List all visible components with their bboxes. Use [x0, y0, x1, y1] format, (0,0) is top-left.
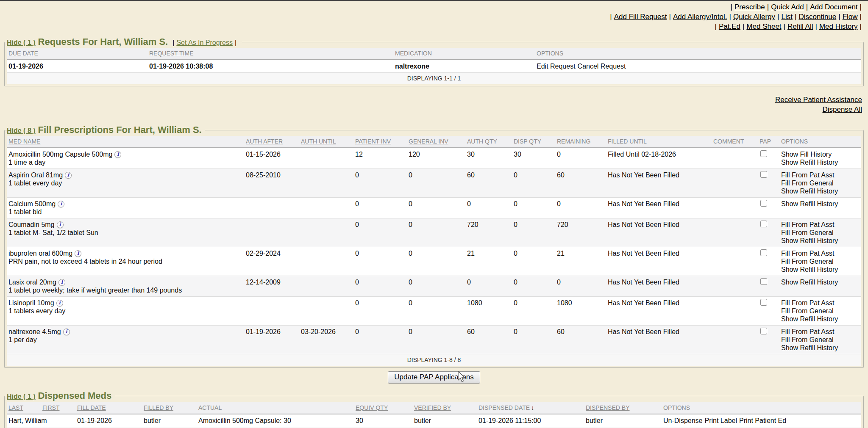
- fill-from-general-link[interactable]: Fill From General: [781, 229, 860, 237]
- show-refill-history-link[interactable]: Show Refill History: [781, 344, 860, 352]
- pap-checkbox[interactable]: [760, 249, 767, 256]
- un-dispense-link[interactable]: Un-Dispense: [663, 417, 702, 424]
- fill-from-general-link[interactable]: Fill From General: [781, 336, 860, 344]
- print-patient-ed-link[interactable]: Print Patient Ed: [739, 417, 786, 424]
- pap-checkbox[interactable]: [760, 150, 767, 157]
- fill-from-pat-asst-link[interactable]: Fill From Pat Asst: [781, 328, 860, 336]
- receive-patient-assistance-link[interactable]: Receive Patient Assistance: [0, 95, 862, 105]
- med-sig: 1 tablet M- Sat, 1/2 tablet Sun: [8, 229, 242, 237]
- info-icon[interactable]: i: [57, 221, 64, 228]
- filled-until: Has Not Yet Been Filled: [606, 247, 712, 276]
- nav-add-allergy-intol[interactable]: Add Allergy/Intol.: [673, 13, 727, 21]
- edit-request-link[interactable]: Edit Request: [537, 63, 576, 70]
- dispensed-hide-link[interactable]: Hide ( 1 ): [7, 393, 36, 400]
- auth-until: [299, 148, 353, 169]
- sort-descending-icon: ↓: [531, 404, 534, 411]
- info-icon[interactable]: i: [63, 329, 70, 335]
- nav-refill-all[interactable]: Refill All: [787, 22, 813, 30]
- nav-med-history[interactable]: Med History: [819, 22, 858, 30]
- col-med-name[interactable]: MED NAME: [7, 136, 244, 148]
- requests-hide-link[interactable]: Hide ( 1 ): [7, 39, 36, 46]
- disp-qty: 30: [512, 148, 555, 169]
- nav-med-sheet[interactable]: Med Sheet: [746, 22, 781, 30]
- dispensed-date-label[interactable]: DISPENSED DATE: [479, 404, 530, 411]
- col-first[interactable]: FIRST: [41, 402, 75, 414]
- info-icon[interactable]: i: [75, 250, 81, 257]
- col-medication[interactable]: MEDICATION: [393, 48, 535, 60]
- col-auth-until[interactable]: AUTH UNTIL: [299, 136, 353, 148]
- col-auth-after[interactable]: AUTH AFTER: [244, 136, 299, 148]
- col-patient-inv[interactable]: PATIENT INV: [353, 136, 407, 148]
- show-refill-history-link[interactable]: Show Refill History: [781, 187, 860, 195]
- dispense-all-link[interactable]: Dispense All: [0, 105, 862, 114]
- show-refill-history-link[interactable]: Show Refill History: [781, 200, 860, 208]
- patient-inv: 12: [353, 148, 407, 169]
- nav-list[interactable]: List: [782, 13, 793, 21]
- show-refill-history-link[interactable]: Show Refill History: [781, 158, 860, 166]
- col-request-time[interactable]: REQUEST TIME: [147, 48, 393, 60]
- info-icon[interactable]: i: [58, 201, 64, 207]
- pap-checkbox[interactable]: [760, 200, 767, 207]
- fill-options: Show Fill History Show Refill History: [779, 148, 861, 169]
- fill-from-pat-asst-link[interactable]: Fill From Pat Asst: [781, 249, 860, 257]
- info-icon[interactable]: i: [65, 172, 72, 179]
- show-refill-history-link[interactable]: Show Refill History: [781, 265, 860, 273]
- show-refill-history-link[interactable]: Show Refill History: [781, 315, 860, 323]
- fill-from-general-link[interactable]: Fill From General: [781, 257, 860, 265]
- pap-checkbox[interactable]: [760, 171, 767, 178]
- col-fill-date[interactable]: FILL DATE: [75, 402, 142, 414]
- col-filled-by[interactable]: FILLED BY: [142, 402, 197, 414]
- col-dispensed-date[interactable]: DISPENSED DATE↓: [477, 402, 584, 414]
- fill-row-lasix: Lasix oral 20mgi1 tablet po weekly; take…: [7, 276, 861, 297]
- pap-checkbox[interactable]: [760, 278, 767, 285]
- comment: [712, 276, 758, 297]
- show-refill-history-link[interactable]: Show Refill History: [781, 278, 860, 286]
- auth-after: 02-29-2024: [244, 247, 299, 276]
- nav-add-fill-request[interactable]: Add Fill Request: [614, 13, 667, 21]
- show-refill-history-link[interactable]: Show Refill History: [781, 237, 860, 245]
- print-label-link[interactable]: Print Label: [704, 417, 737, 424]
- fill-from-pat-asst-link[interactable]: Fill From Pat Asst: [781, 299, 860, 307]
- fill-from-general-link[interactable]: Fill From General: [781, 307, 860, 315]
- dispensed-header-row: LAST FIRST FILL DATE FILLED BY ACTUAL EQ…: [7, 402, 861, 414]
- nav-prescribe[interactable]: Prescribe: [734, 3, 765, 11]
- fill-hide-link[interactable]: Hide ( 8 ): [7, 127, 36, 134]
- fill-from-pat-asst-link[interactable]: Fill From Pat Asst: [781, 171, 860, 179]
- col-last[interactable]: LAST: [7, 402, 41, 414]
- comment: [712, 326, 758, 354]
- col-equiv-qty[interactable]: EQUIV QTY: [354, 402, 412, 414]
- nav-discontinue[interactable]: Discontinue: [798, 13, 836, 21]
- general-inv: 0: [407, 276, 465, 297]
- pap-checkbox[interactable]: [760, 299, 767, 306]
- info-icon[interactable]: i: [56, 300, 63, 307]
- nav-quick-allergy[interactable]: Quick Allergy: [733, 13, 775, 21]
- nav-add-document[interactable]: Add Document: [810, 3, 857, 11]
- update-pap-applications-button[interactable]: Update PAP Applications: [388, 371, 480, 384]
- remaining: 60: [555, 169, 606, 198]
- nav-quick-add[interactable]: Quick Add: [771, 3, 804, 11]
- show-fill-history-link[interactable]: Show Fill History: [781, 150, 860, 158]
- med-sig: 1 tablet every day: [8, 179, 242, 187]
- info-icon[interactable]: i: [58, 279, 65, 286]
- fill-options: Fill From Pat Asst Fill From General Sho…: [779, 297, 861, 326]
- col-due-date[interactable]: DUE DATE: [7, 48, 147, 60]
- col-fill-options: OPTIONS: [779, 136, 861, 148]
- nav-flow[interactable]: Flow: [843, 13, 858, 21]
- fill-prescriptions-table: MED NAME AUTH AFTER AUTH UNTIL PATIENT I…: [7, 136, 861, 366]
- col-dispensed-by[interactable]: DISPENSED BY: [584, 402, 662, 414]
- pap-checkbox[interactable]: [760, 328, 767, 334]
- actual-med: Amoxicillin 500mg Capsule: 30: [197, 414, 354, 427]
- pap-checkbox[interactable]: [760, 221, 767, 227]
- nav-pat-ed[interactable]: Pat.Ed: [719, 22, 740, 30]
- info-icon[interactable]: i: [114, 151, 121, 158]
- comment: [712, 169, 758, 198]
- separator: [743, 22, 744, 30]
- col-general-inv[interactable]: GENERAL INV: [407, 136, 465, 148]
- cancel-request-link[interactable]: Cancel Request: [578, 63, 626, 70]
- fill-from-pat-asst-link[interactable]: Fill From Pat Asst: [781, 221, 860, 229]
- set-as-in-progress-link[interactable]: Set As In Progress: [176, 39, 233, 46]
- col-verified-by[interactable]: VERIFIED BY: [412, 402, 477, 414]
- separator: [729, 13, 731, 21]
- fill-row-coumadin: Coumadin 5mgi1 tablet M- Sat, 1/2 tablet…: [7, 218, 861, 247]
- fill-from-general-link[interactable]: Fill From General: [781, 179, 860, 187]
